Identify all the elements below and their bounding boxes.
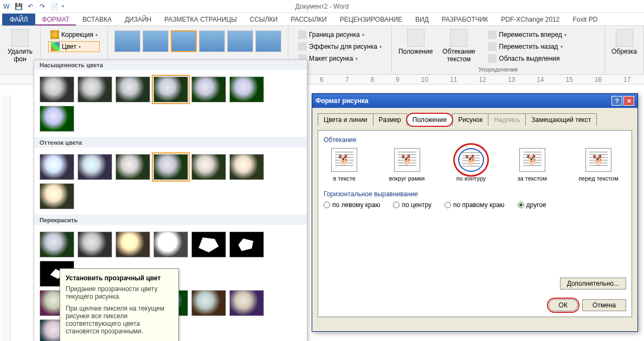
tone-thumb[interactable]: [40, 154, 74, 180]
style-gallery[interactable]: [112, 28, 284, 54]
ruler-mark: 13: [508, 76, 515, 83]
halign-right-radio[interactable]: по правому краю: [445, 201, 505, 209]
remove-background-button[interactable]: Удалить фон: [4, 28, 36, 64]
corrections-button[interactable]: Коррекция ▾: [48, 29, 100, 40]
tab-foxit[interactable]: Foxit PD: [566, 14, 604, 25]
color-button[interactable]: Цвет ▾: [48, 41, 100, 52]
tab-file[interactable]: ФАЙЛ: [2, 14, 35, 25]
crop-button[interactable]: Обрезка: [609, 28, 639, 56]
tab-layout[interactable]: РАЗМЕТКА СТРАНИЦЫ: [158, 14, 243, 25]
saturation-header: Насыщенность цвета: [34, 60, 307, 70]
recolor-thumb[interactable]: [153, 231, 188, 258]
tone-thumb[interactable]: [40, 183, 74, 209]
picture-layout-button[interactable]: Макет рисунка▾: [296, 53, 384, 64]
recolor-thumb[interactable]: [229, 290, 264, 316]
tab-review[interactable]: РЕЦЕНЗИРОВАНИЕ: [333, 14, 409, 25]
wrap-front-option[interactable]: 🐕 перед текстом: [578, 148, 619, 182]
border-icon: [298, 30, 307, 39]
saturation-thumb[interactable]: [229, 76, 264, 102]
style-thumb[interactable]: [143, 30, 169, 52]
saturation-thumb[interactable]: [78, 76, 112, 102]
group-crop: Обрезка: [605, 26, 644, 74]
selection-pane-button[interactable]: Область выделения: [486, 53, 568, 64]
dialog-tab-picture[interactable]: Рисунок: [452, 113, 488, 126]
recolor-thumb[interactable]: [191, 290, 226, 316]
saturation-thumb[interactable]: [191, 76, 226, 102]
ruler-mark: 11: [450, 76, 457, 83]
tab-design[interactable]: ДИЗАЙН: [118, 14, 158, 25]
recolor-thumb[interactable]: [40, 231, 74, 258]
recolor-thumb[interactable]: [78, 231, 112, 258]
dialog-tab-alttext[interactable]: Замещающий текст: [525, 113, 597, 126]
dialog-tab-size[interactable]: Размер: [373, 113, 407, 126]
dropdown-arrow-icon: ▾: [356, 56, 358, 61]
tab-view[interactable]: ВИД: [409, 14, 435, 25]
style-thumb[interactable]: [171, 30, 197, 52]
undo-icon[interactable]: ↶: [26, 2, 35, 11]
arrange-group-label: Упорядочение: [396, 66, 600, 73]
tone-thumb[interactable]: [191, 154, 226, 180]
dialog-tab-colors[interactable]: Цвета и линии: [318, 113, 373, 126]
tab-pdf-xchange[interactable]: PDF-XChange 2012: [494, 14, 566, 25]
wrap-tight-option[interactable]: 🐕 по контуру: [456, 148, 486, 182]
tone-thumb[interactable]: [115, 154, 150, 180]
style-thumb[interactable]: [199, 30, 225, 52]
selection-label: Область выделения: [499, 55, 559, 62]
redo-icon[interactable]: ↷: [38, 2, 47, 11]
cancel-button[interactable]: Отмена: [582, 299, 626, 311]
send-backward-button[interactable]: Переместить назад▾: [486, 41, 568, 52]
tab-insert[interactable]: ВСТАВКА: [76, 14, 118, 25]
dialog-tab-position[interactable]: Положение: [407, 113, 453, 126]
tab-refs[interactable]: ССЫЛКИ: [243, 14, 284, 25]
picture-border-button[interactable]: Граница рисунка▾: [296, 29, 384, 40]
wrap-square-option[interactable]: 🐕 вокруг рамки: [389, 148, 425, 182]
halign-options: по левому краю по центру по правому краю…: [324, 201, 626, 209]
bring-forward-button[interactable]: Переместить вперед▾: [486, 29, 568, 40]
advanced-button[interactable]: Дополнительно...: [560, 278, 626, 289]
recolor-thumb[interactable]: [229, 231, 264, 258]
ruler-mark: 15: [566, 76, 573, 83]
wrap-behind-label: за текстом: [518, 175, 547, 182]
wrap-text-button[interactable]: Обтекание текстом: [440, 28, 477, 65]
send-back-label: Переместить назад: [499, 43, 558, 50]
tab-format[interactable]: ФОРМАТ: [35, 14, 76, 25]
ok-button[interactable]: ОК: [549, 299, 578, 311]
tone-thumb[interactable]: [78, 154, 112, 180]
dialog-titlebar[interactable]: Формат рисунка ? ✕: [312, 94, 637, 108]
ruler-mark: 10: [421, 76, 428, 83]
saturation-thumb[interactable]: [40, 106, 74, 132]
saturation-thumb[interactable]: [40, 76, 74, 102]
tab-developer[interactable]: РАЗРАБОТЧИК: [435, 14, 495, 25]
tab-mail[interactable]: РАССЫЛКИ: [284, 14, 333, 25]
recolor-thumb[interactable]: [191, 231, 226, 258]
ruler-mark: 9: [396, 76, 400, 83]
tooltip-title: Установить прозрачный цвет: [66, 274, 173, 282]
dialog-help-button[interactable]: ?: [611, 96, 622, 106]
qat-customize-arrow[interactable]: ▾: [62, 4, 64, 9]
position-button[interactable]: Положение: [396, 28, 435, 65]
style-thumb[interactable]: [114, 30, 140, 52]
style-thumb[interactable]: [227, 30, 253, 52]
ruler-marks: 6 7 8 9 10 11 12 13 14 15 16 17: [320, 76, 631, 83]
recolor-thumb[interactable]: [115, 231, 150, 258]
save-icon[interactable]: 💾: [14, 2, 23, 11]
tone-thumb[interactable]: [153, 154, 188, 180]
border-label: Граница рисунка: [309, 31, 360, 38]
new-doc-icon[interactable]: 📄: [50, 2, 59, 11]
dog-icon: 🐕: [338, 154, 350, 166]
saturation-thumb[interactable]: [153, 76, 188, 102]
tone-thumb[interactable]: [229, 154, 264, 180]
halign-center-radio[interactable]: по центру: [393, 201, 432, 209]
wrap-behind-option[interactable]: 🐕 за текстом: [518, 148, 547, 182]
ruler-mark: 6: [320, 76, 324, 83]
send-back-icon: [488, 42, 497, 51]
wrap-inline-option[interactable]: 🐕 в тексте: [331, 148, 357, 182]
dialog-close-button[interactable]: ✕: [623, 96, 634, 106]
halign-left-radio[interactable]: по левому краю: [324, 201, 380, 209]
style-thumb[interactable]: [255, 30, 281, 52]
saturation-thumb[interactable]: [115, 76, 150, 102]
tone-header: Оттенок цвета: [34, 138, 307, 147]
picture-effects-button[interactable]: Эффекты для рисунка▾: [296, 41, 384, 52]
halign-other-radio[interactable]: другое: [518, 201, 546, 209]
wrap-options: 🐕 в тексте 🐕 вокруг рамки 🐕 по контуру 🐕…: [324, 148, 626, 182]
